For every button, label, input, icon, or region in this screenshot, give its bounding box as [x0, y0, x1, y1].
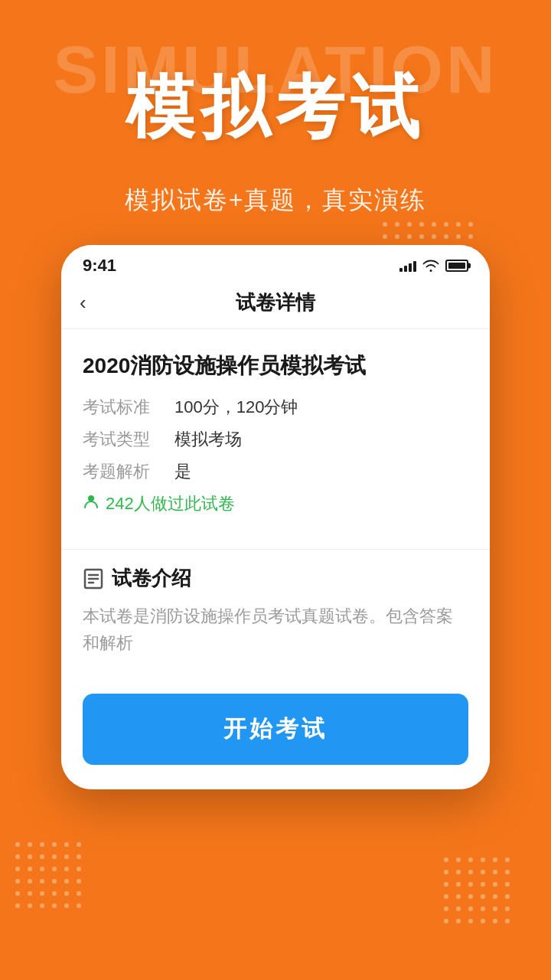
signal-icon [399, 260, 416, 272]
main-title: 模拟考试 [0, 61, 551, 155]
wifi-icon [422, 260, 439, 272]
exam-analysis-label: 考题解析 [83, 460, 174, 483]
back-button[interactable]: ‹ [80, 291, 86, 315]
divider [61, 549, 490, 550]
dot-decoration-bottom-right [444, 858, 536, 949]
start-button-container: 开始考试 [61, 678, 490, 789]
status-icons [399, 260, 468, 272]
start-exam-button[interactable]: 开始考试 [83, 694, 468, 765]
document-icon [83, 568, 104, 590]
nav-bar: ‹ 试卷详情 [61, 282, 490, 329]
intro-section: 试卷介绍 本试卷是消防设施操作员考试真题试卷。包含答案和解析 [61, 565, 490, 678]
phone-mockup: 9:41 ‹ 试卷详情 2020消防设施操作员模拟考试 考试标准 100分，12… [61, 245, 490, 789]
exam-analysis-row: 考题解析 是 [83, 460, 468, 483]
svg-point-0 [88, 495, 94, 501]
exam-standard-row: 考试标准 100分，120分钟 [83, 396, 468, 419]
exam-analysis-value: 是 [174, 460, 191, 483]
dot-decoration-bottom-left [15, 842, 107, 934]
exam-title: 2020消防设施操作员模拟考试 [83, 351, 468, 381]
participants-icon [83, 493, 99, 514]
intro-title: 试卷介绍 [112, 565, 191, 592]
status-time: 9:41 [83, 256, 116, 276]
nav-title: 试卷详情 [236, 289, 315, 316]
exam-type-label: 考试类型 [83, 428, 174, 451]
exam-detail-content: 2020消防设施操作员模拟考试 考试标准 100分，120分钟 考试类型 模拟考… [61, 329, 490, 534]
exam-standard-label: 考试标准 [83, 396, 174, 419]
intro-header: 试卷介绍 [83, 565, 468, 592]
exam-standard-value: 100分，120分钟 [174, 396, 298, 419]
battery-icon [445, 260, 468, 272]
participants-row: 242人做过此试卷 [83, 492, 468, 515]
exam-type-value: 模拟考场 [174, 428, 242, 451]
subtitle: 模拟试卷+真题，真实演练 [0, 184, 551, 217]
exam-type-row: 考试类型 模拟考场 [83, 428, 468, 451]
status-bar: 9:41 [61, 245, 490, 282]
participants-text: 242人做过此试卷 [106, 492, 235, 515]
intro-content: 本试卷是消防设施操作员考试真题试卷。包含答案和解析 [83, 603, 468, 656]
